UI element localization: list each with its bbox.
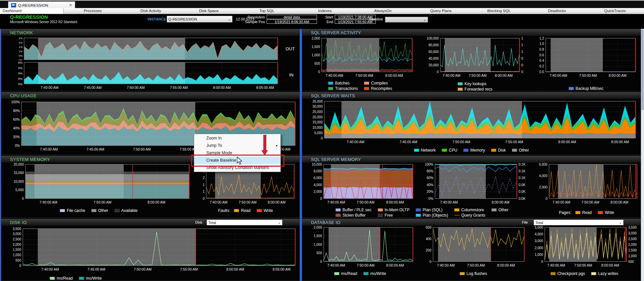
legend-item[interactable]: File cache xyxy=(60,208,85,213)
svg-text:100%: 100% xyxy=(11,100,20,104)
svg-text:0: 0 xyxy=(545,197,547,201)
legend-item[interactable]: ms/Write xyxy=(363,271,386,276)
legend-item[interactable]: In-Mem OLTP xyxy=(378,208,410,212)
legend-item[interactable]: ms/Read xyxy=(50,276,73,281)
chart-activity-backup[interactable]: 1.21.00.80.60.40.20.07:40:00 AM7:50:00 A… xyxy=(532,36,640,80)
legend-item[interactable]: Log flushes xyxy=(460,271,487,276)
chart-activity-batches[interactable]: 2,0001,5001,00050007:40:00 AM7:50:00 AM8… xyxy=(305,36,416,80)
svg-text:1,500: 1,500 xyxy=(313,234,322,238)
svg-text:7:55:00 AM: 7:55:00 AM xyxy=(170,86,188,90)
legend-item[interactable]: Other xyxy=(491,208,508,212)
legend-item[interactable]: CPU xyxy=(442,148,457,153)
legend-item[interactable]: Lazy writes xyxy=(591,271,618,276)
baseline-dropdown[interactable]: ⌄ xyxy=(385,17,428,22)
chart-sql-memory-pages[interactable]: 6,0004,0002,00007:40:00 AM7:50:00 AM8:00… xyxy=(532,163,640,207)
nav-processes[interactable]: Processes xyxy=(64,8,122,14)
panel-sql-activity: SQL SERVER ACTIVITY 2,0001,5001,00050007… xyxy=(302,29,641,91)
legend-item[interactable]: Plan (Objects) xyxy=(416,213,448,218)
tab-q-regression[interactable]: Q-REGRESSION ✕ xyxy=(8,1,75,9)
legend-system-memory: File cacheOtherAvailable xyxy=(57,208,141,213)
svg-text:8:05:00 AM: 8:05:00 AM xyxy=(611,140,629,144)
disk-filter-label: Disk xyxy=(195,220,202,224)
legend-label: Stolen Buffer xyxy=(342,213,366,218)
disk-filter-dropdown[interactable]: Total ⌄ xyxy=(207,220,282,225)
legend-item[interactable]: Memory xyxy=(463,148,485,153)
chart-sql-waits[interactable]: 35,00030,00025,00020,00015,00010,0005,00… xyxy=(304,100,639,147)
legend-activity-c: Backup MB/sec xyxy=(566,86,606,91)
nav-quicktraces[interactable]: QuickTraces xyxy=(586,8,644,14)
legend-item[interactable]: Other xyxy=(512,148,529,153)
faults-prefix: Faults: xyxy=(218,208,230,213)
svg-text:7:55:00 AM: 7:55:00 AM xyxy=(505,140,523,144)
legend-item[interactable]: Other xyxy=(91,208,108,213)
legend-item[interactable]: Compiles xyxy=(364,81,392,86)
legend-item[interactable]: Recompiles xyxy=(364,86,392,91)
instance-dropdown[interactable]: Q-REGRESSION ⌄ xyxy=(167,16,232,22)
sample-pos-label: Sample Pos xyxy=(240,20,265,24)
legend-swatch xyxy=(364,81,369,85)
svg-text:8:00:00 AM: 8:00:00 AM xyxy=(495,73,513,77)
nav-alwayson[interactable]: AlwaysOn xyxy=(354,8,412,14)
file-filter-dropdown[interactable]: Total ⌄ xyxy=(534,220,624,225)
legend-item[interactable]: Read xyxy=(234,208,251,213)
chart-system-memory[interactable]: 20,00015,00010,0005,00007:40:00 AM7:50:0… xyxy=(5,163,193,207)
svg-text:400: 400 xyxy=(426,237,431,241)
nav-query-plans[interactable]: Query Plans xyxy=(412,8,470,14)
legend-item[interactable]: Query Grants xyxy=(454,213,485,218)
legend-item[interactable]: Read xyxy=(575,210,592,215)
legend-item[interactable]: Backup MB/sec xyxy=(569,86,603,91)
legend-item[interactable]: Stolen Buffer xyxy=(335,213,372,218)
nav-top-sql[interactable]: Top SQL xyxy=(238,8,296,14)
legend-item[interactable]: ms/Write xyxy=(79,276,102,281)
svg-text:1: 1 xyxy=(521,37,523,40)
chart-checkpoint-lazy[interactable]: 5,0004,0003,0002,0001,00003,5003,0002,50… xyxy=(527,226,641,270)
chart-sql-memory-buffer[interactable]: 10,0008,0006,0004,0002,00007:40:00 AM7:5… xyxy=(305,163,416,207)
nav-disk-activity[interactable]: Disk Activity xyxy=(122,8,180,14)
network-in-label: IN xyxy=(289,72,293,77)
menu-item-jump-to[interactable]: Jump To ▸ xyxy=(194,142,280,149)
svg-text:8:00:00 AM: 8:00:00 AM xyxy=(148,200,165,204)
svg-text:2,000: 2,000 xyxy=(313,226,322,229)
legend-item[interactable]: Write xyxy=(598,210,614,215)
vertical-scrollbar[interactable] xyxy=(641,29,644,281)
nav-deadlocks[interactable]: Deadlocks xyxy=(528,8,586,14)
chart-database-io-ms[interactable]: 2,0001,5001,00050007:40:00 AM7:50:00 AM8… xyxy=(305,226,416,270)
legend-item[interactable]: Free xyxy=(378,213,410,218)
legend-item[interactable]: Columnstore xyxy=(454,208,485,212)
legend-item[interactable]: Checkpoint pgs xyxy=(550,271,585,276)
nav-indexes[interactable]: Indexes xyxy=(296,8,354,14)
legend-item[interactable]: Forwarded recs xyxy=(458,87,492,92)
legend-item[interactable]: Buffer / PLE sec xyxy=(335,208,372,212)
legend-item[interactable]: Batches xyxy=(328,81,358,86)
legend-item[interactable]: Key lookups xyxy=(458,81,486,86)
chart-sql-memory-plan[interactable]: 100%80%60%40%20%0%0.1K0.1K0.1K0.0K0.0K0.… xyxy=(420,163,530,207)
server-header: Q-REGRESSION Microsoft Windows Server 20… xyxy=(0,14,644,25)
svg-text:7:40:00 AM: 7:40:00 AM xyxy=(549,73,567,77)
legend-swatch xyxy=(378,214,383,217)
legend-item[interactable]: ms/Read xyxy=(334,271,357,276)
svg-text:1,000: 1,000 xyxy=(628,254,637,258)
chart-network-out[interactable]: 2%1%1%1%0%0% xyxy=(3,37,296,62)
nav-disk-space[interactable]: Disk Space xyxy=(180,8,238,14)
scrollbar-thumb[interactable] xyxy=(641,30,644,110)
legend-item[interactable]: Available xyxy=(114,208,138,213)
legend-item[interactable]: Disk xyxy=(491,148,506,153)
chart-network-in[interactable]: 0%0%0%0%0%7:40:00 AM7:45:00 AM7:50:00 AM… xyxy=(3,62,296,92)
menu-item-zoom-in[interactable]: Zoom In xyxy=(194,134,280,142)
chart-activity-lookups[interactable]: 100,00080,00060,00040,00020,00001110007:… xyxy=(420,36,530,80)
legend-item[interactable]: Write xyxy=(257,208,273,213)
chart-disk-io[interactable]: 3,5003,0002,5002,0001,5001,00050007:40:0… xyxy=(3,227,299,275)
svg-text:3,500: 3,500 xyxy=(628,226,637,229)
legend-item[interactable]: Plan (SQL) xyxy=(416,208,448,212)
nav-dashboard[interactable]: Dashboard xyxy=(0,8,64,14)
close-icon[interactable]: ✕ xyxy=(69,3,72,7)
legend-item[interactable]: Transactions xyxy=(328,86,358,91)
legend-item[interactable]: Network xyxy=(414,148,436,153)
legend-activity-a: BatchesCompilesTransactionsRecompiles xyxy=(325,80,395,91)
panel-title: SQL SERVER ACTIVITY xyxy=(311,30,361,35)
svg-text:0: 0 xyxy=(203,197,205,201)
legend-swatch xyxy=(257,209,262,212)
chart-log-flushes[interactable]: 60040020007:40:00 AM7:50:00 AM8:00:00 AM xyxy=(420,226,527,270)
nav-blocking-sql[interactable]: Blocking SQL xyxy=(470,8,528,14)
server-os: Microsoft Windows Server 2012 R2 Standar… xyxy=(10,20,77,24)
